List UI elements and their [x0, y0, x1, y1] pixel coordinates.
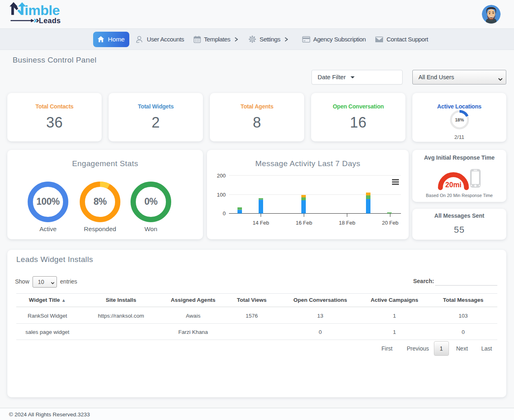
svg-text:18 Feb: 18 Feb [339, 220, 355, 226]
svg-text:100: 100 [217, 192, 226, 198]
svg-text:Leads: Leads [39, 17, 61, 25]
svg-text:0: 0 [223, 210, 226, 216]
svg-text:200: 200 [217, 173, 226, 179]
svg-text:14 Feb: 14 Feb [253, 220, 269, 226]
svg-text:20 Feb: 20 Feb [382, 220, 398, 226]
svg-text:16 Feb: 16 Feb [296, 220, 312, 226]
svg-text:20mi: 20mi [445, 181, 462, 189]
svg-text:18%: 18% [455, 117, 464, 122]
svg-text:imble: imble [25, 2, 60, 18]
